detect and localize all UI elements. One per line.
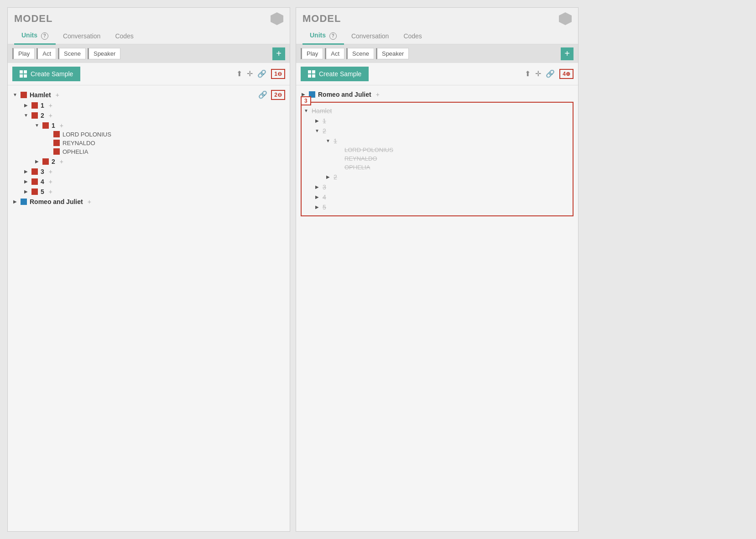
- polonius-row-right[interactable]: LORD POLONIUS: [336, 146, 571, 154]
- upload-icon-right[interactable]: ⬆: [525, 69, 531, 78]
- tab-units-right[interactable]: Units ?: [302, 28, 344, 45]
- romeo-add-left[interactable]: +: [88, 198, 91, 205]
- act2-row-right[interactable]: ▼ 2: [314, 126, 571, 136]
- romeo-toggle-left[interactable]: ▶: [12, 199, 18, 204]
- act3-add[interactable]: +: [49, 168, 52, 175]
- act4-row[interactable]: ▶ 4 +: [23, 177, 285, 186]
- scene2-label-right: 2: [334, 173, 337, 181]
- scene1-add[interactable]: +: [60, 122, 63, 129]
- act2-label-right: 2: [323, 127, 326, 135]
- create-sample-button-right[interactable]: Create Sample: [301, 67, 369, 81]
- right-chips-bar: Play Act Scene Speaker +: [296, 45, 578, 63]
- romeo-node-right: ▶ Romeo and Juliet +: [301, 90, 574, 99]
- act4-toggle[interactable]: ▶: [23, 179, 29, 184]
- units-help-icon[interactable]: ?: [41, 32, 48, 40]
- hamlet-node-right: ▼ Hamlet ▶ 1 ▼ 2: [303, 106, 571, 212]
- hamlet-toggle[interactable]: ▼: [12, 92, 18, 97]
- tab-codes-right[interactable]: Codes: [396, 29, 429, 45]
- act3-row[interactable]: ▶ 3 +: [23, 167, 285, 176]
- hamlet-link-icon[interactable]: 🔗: [258, 90, 267, 99]
- tab-units-left[interactable]: Units ?: [14, 28, 56, 45]
- link-icon-right[interactable]: 🔗: [546, 69, 555, 78]
- hamlet-row-right[interactable]: ▼ Hamlet: [303, 106, 571, 115]
- act3-node-right: ▶ 3: [314, 183, 571, 192]
- romeo-row-right[interactable]: ▶ Romeo and Juliet +: [301, 90, 574, 99]
- act5-node-right: ▶ 5: [314, 203, 571, 212]
- scene2-row[interactable]: ▶ 2 +: [34, 157, 285, 166]
- act2-node: ▼ 2 + ▼ 1 +: [23, 111, 285, 166]
- units-help-icon-right[interactable]: ?: [329, 32, 337, 40]
- badge-4-right[interactable]: 4⊕: [559, 69, 574, 79]
- romeo-add-right[interactable]: +: [376, 91, 380, 98]
- act1-color: [31, 102, 38, 109]
- scene1-toggle[interactable]: ▼: [34, 123, 40, 128]
- act1-toggle[interactable]: ▶: [23, 103, 29, 108]
- chip-scene-left[interactable]: Scene: [58, 48, 86, 59]
- chip-speaker-right[interactable]: Speaker: [376, 48, 409, 59]
- badge-1-left[interactable]: 1⊖: [271, 69, 285, 79]
- act2-toggle[interactable]: ▼: [23, 113, 29, 118]
- scene1-row-right[interactable]: ▼ 1: [325, 136, 571, 146]
- chip-speaker-left[interactable]: Speaker: [88, 48, 120, 59]
- act2-add[interactable]: +: [49, 112, 52, 119]
- scene1-toggle-right[interactable]: ▼: [325, 138, 331, 143]
- act4-row-right[interactable]: ▶ 4: [314, 193, 571, 202]
- scene2-row-right[interactable]: ▶ 2: [325, 173, 571, 182]
- add-icon-left[interactable]: ✛: [247, 69, 253, 78]
- reynaldo-color: [53, 140, 60, 146]
- act5-row-right[interactable]: ▶ 5: [314, 203, 571, 212]
- act5-toggle[interactable]: ▶: [23, 189, 29, 194]
- chip-act-right[interactable]: Act: [325, 48, 344, 59]
- act2-row[interactable]: ▼ 2 +: [23, 111, 285, 120]
- right-tree: ▶ Romeo and Juliet + 3 ▼ Hamlet: [296, 85, 578, 532]
- scene1-label-right: 1: [334, 137, 337, 145]
- reynaldo-row-right[interactable]: REYNALDO: [336, 154, 571, 163]
- act2-toggle-right[interactable]: ▼: [314, 128, 320, 133]
- reynaldo-row[interactable]: REYNALDO: [45, 139, 285, 147]
- act4-toggle-right[interactable]: ▶: [314, 194, 320, 199]
- act3-toggle[interactable]: ▶: [23, 169, 29, 174]
- act3-toggle-right[interactable]: ▶: [314, 184, 320, 189]
- romeo-row-left[interactable]: ▶ Romeo and Juliet +: [12, 197, 285, 206]
- act2-label: 2: [41, 112, 44, 119]
- act1-row-right[interactable]: ▶ 1: [314, 116, 571, 126]
- act3-row-right[interactable]: ▶ 3: [314, 183, 571, 192]
- chip-add-right[interactable]: +: [561, 47, 574, 60]
- polonius-row[interactable]: LORD POLONIUS: [45, 130, 285, 139]
- ophelia-row[interactable]: OPHELIA: [45, 147, 285, 156]
- scene1-node-right: ▼ 1 LORD POLONIUS: [325, 136, 571, 172]
- hamlet-row[interactable]: ▼ Hamlet +: [12, 90, 59, 99]
- act5-toggle-right[interactable]: ▶: [314, 204, 320, 209]
- act5-add[interactable]: +: [49, 188, 52, 195]
- tab-conversation-right[interactable]: Conversation: [344, 29, 396, 45]
- chip-add-left[interactable]: +: [272, 47, 285, 60]
- link-icon-left[interactable]: 🔗: [257, 69, 266, 78]
- act1-toggle-right[interactable]: ▶: [314, 118, 320, 123]
- scene2-add[interactable]: +: [60, 158, 63, 165]
- upload-icon-left[interactable]: ⬆: [236, 69, 242, 78]
- act4-label-right: 4: [323, 194, 326, 201]
- scene1-row[interactable]: ▼ 1 +: [34, 121, 285, 130]
- hamlet-toggle-right[interactable]: ▼: [303, 108, 309, 113]
- chip-scene-right[interactable]: Scene: [346, 48, 374, 59]
- chip-play-right[interactable]: Play: [301, 48, 323, 59]
- tab-codes-left[interactable]: Codes: [108, 29, 141, 45]
- chip-play-left[interactable]: Play: [12, 48, 35, 59]
- create-sample-button-left[interactable]: Create Sample: [12, 67, 80, 81]
- hamlet-add[interactable]: +: [56, 91, 59, 99]
- act5-row[interactable]: ▶ 5 +: [23, 187, 285, 196]
- badge-2-left[interactable]: 2⊖: [271, 90, 285, 100]
- act1-add[interactable]: +: [49, 102, 52, 109]
- scene2-toggle-right[interactable]: ▶: [325, 174, 331, 179]
- ophelia-row-right[interactable]: OPHELIA: [336, 163, 571, 172]
- left-nav-icon[interactable]: [271, 12, 283, 25]
- right-nav-icon[interactable]: [559, 12, 572, 25]
- act1-row[interactable]: ▶ 1 +: [23, 101, 285, 110]
- scene2-node-right: ▶ 2: [325, 173, 571, 182]
- add-icon-right[interactable]: ✛: [535, 69, 541, 78]
- chip-act-left[interactable]: Act: [36, 48, 56, 59]
- tab-conversation-left[interactable]: Conversation: [56, 29, 108, 45]
- scene2-toggle[interactable]: ▶: [34, 159, 40, 164]
- act4-add[interactable]: +: [49, 178, 52, 185]
- left-tree: ▼ Hamlet + 🔗 2⊖ ▶ 1 +: [8, 85, 290, 532]
